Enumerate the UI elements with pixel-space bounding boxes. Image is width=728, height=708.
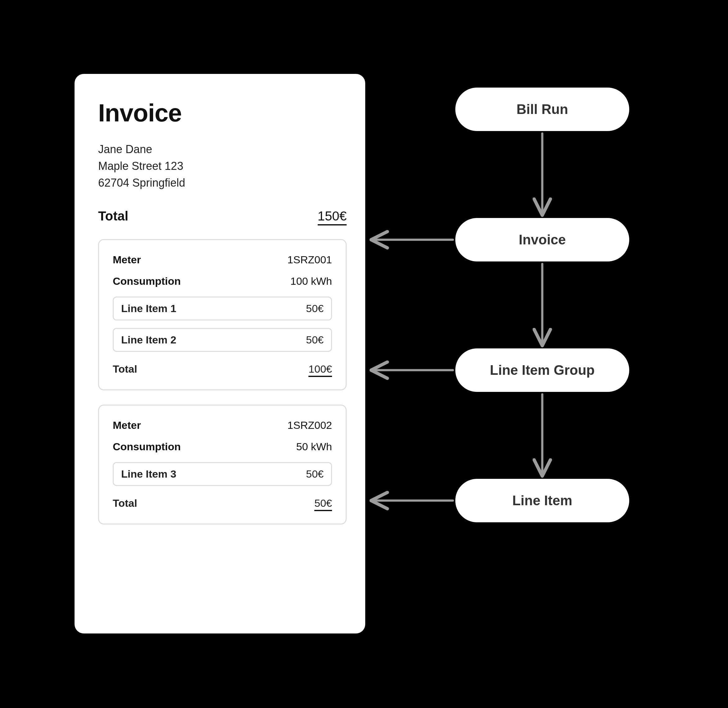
invoice-address: Jane Dane Maple Street 123 62704 Springf… [98,141,347,191]
flow-node-invoice: Invoice [455,218,629,261]
invoice-title: Invoice [98,99,347,127]
group-total-value: 100€ [308,363,332,377]
consumption-label: Consumption [113,275,181,287]
meter-label: Meter [113,254,141,266]
line-item-label: Line Item 1 [121,302,176,315]
flow-node-line-item-group: Line Item Group [455,348,629,392]
meter-value: 1SRZ002 [287,419,332,431]
line-item-label: Line Item 2 [121,334,176,346]
line-item-value: 50€ [306,468,324,480]
group-total-label: Total [113,363,137,375]
group-total-label: Total [113,497,137,509]
invoice-total-row: Total 150€ [98,209,347,225]
meter-label: Meter [113,419,141,431]
group-total-row: Total 100€ [113,363,332,377]
line-item-group: Meter 1SRZ001 Consumption 100 kWh Line I… [98,239,347,390]
customer-street: Maple Street 123 [98,158,347,174]
invoice-card: Invoice Jane Dane Maple Street 123 62704… [74,74,365,634]
invoice-total-value: 150€ [318,209,347,225]
group-total-value: 50€ [314,497,332,511]
group-total-row: Total 50€ [113,497,332,511]
customer-name: Jane Dane [98,141,347,158]
invoice-total-label: Total [98,209,128,223]
flow-node-line-item: Line Item [455,479,629,522]
customer-city: 62704 Springfield [98,174,347,191]
meter-value: 1SRZ001 [287,254,332,266]
consumption-value: 100 kWh [291,275,332,287]
line-item-label: Line Item 3 [121,468,176,480]
consumption-label: Consumption [113,441,181,453]
line-item: Line Item 1 50€ [113,297,332,321]
line-item-value: 50€ [306,334,324,346]
consumption-value: 50 kWh [296,441,332,453]
line-item-value: 50€ [306,302,324,315]
line-item: Line Item 3 50€ [113,462,332,486]
line-item: Line Item 2 50€ [113,328,332,352]
line-item-group: Meter 1SRZ002 Consumption 50 kWh Line It… [98,405,347,524]
flow-node-bill-run: Bill Run [455,87,629,131]
